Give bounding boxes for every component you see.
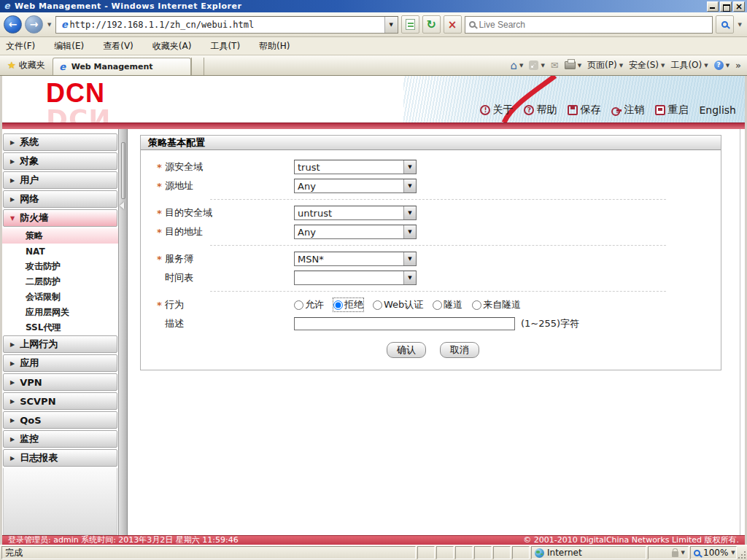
dst-zone-select[interactable]: untrust ▼ (294, 206, 417, 220)
protected-mode-pane[interactable]: ▼ (648, 546, 689, 559)
recent-pages-dropdown-icon[interactable]: ▼ (46, 22, 53, 28)
splitter-collapse-icon[interactable] (120, 202, 124, 209)
select-dropdown-icon[interactable]: ▼ (403, 160, 416, 174)
back-button[interactable]: ← (4, 15, 22, 34)
radio-web-auth-input[interactable] (373, 300, 382, 310)
select-dropdown-icon[interactable]: ▼ (403, 271, 416, 284)
page-footer: 登录管理员: admin 系统时间: 2013年3月2日 星期六 11:59:4… (2, 535, 745, 545)
sidebar-item-network[interactable]: ▶网络 (3, 190, 117, 208)
service-select[interactable]: MSN* ▼ (294, 252, 417, 266)
sidebar-subitem-ssl-proxy[interactable]: SSL代理 (2, 320, 118, 335)
sidebar-item-qos[interactable]: ▶QoS (3, 411, 117, 429)
stop-button[interactable]: × (444, 15, 462, 34)
feeds-button[interactable]: ▼ (529, 61, 544, 70)
mail-button[interactable]: ✉ (551, 60, 559, 71)
zoom-dropdown-icon[interactable]: ▼ (731, 550, 735, 556)
cancel-button[interactable]: 取消 (440, 342, 479, 358)
save-link[interactable]: 保存 (568, 104, 600, 117)
src-zone-select[interactable]: trust ▼ (294, 160, 417, 174)
about-link[interactable]: !关于 (480, 104, 513, 117)
protected-mode-dropdown-icon[interactable]: ▼ (681, 550, 685, 556)
minimize-button[interactable] (707, 1, 719, 12)
radio-from-tunnel-input[interactable] (472, 300, 481, 310)
radio-from-tunnel[interactable]: 来自隧道 (472, 298, 521, 311)
sidebar-subitem-l2-defense[interactable]: 二层防护 (2, 274, 118, 289)
radio-tunnel[interactable]: 隧道 (433, 298, 462, 311)
description-input[interactable] (294, 317, 515, 330)
page-menu-button[interactable]: 页面(P)▼ (587, 59, 623, 71)
select-dropdown-icon[interactable]: ▼ (403, 179, 416, 192)
sidebar-item-scvpn[interactable]: ▶SCVPN (3, 392, 117, 410)
menu-file[interactable]: 文件(F) (6, 40, 35, 52)
sidebar-subitem-attack-defense[interactable]: 攻击防护 (2, 259, 118, 274)
sidebar-item-users[interactable]: ▶用户 (3, 171, 117, 189)
src-addr-select[interactable]: Any ▼ (294, 179, 417, 193)
sidebar-subitem-policy[interactable]: 策略 (2, 228, 118, 244)
live-search-box[interactable] (465, 16, 713, 34)
close-button[interactable] (733, 1, 745, 12)
sidebar-item-system[interactable]: ▶系统 (3, 133, 117, 151)
search-options-dropdown-icon[interactable]: ▼ (737, 22, 743, 28)
reboot-link[interactable]: 重启 (655, 104, 688, 117)
help-menu-button[interactable]: ?▼ (714, 61, 729, 70)
select-dropdown-icon[interactable]: ▼ (403, 225, 416, 238)
status-text-pane: 完成 (1, 546, 416, 559)
sidebar-item-monitor[interactable]: ▶监控 (3, 430, 117, 448)
sidebar-subitem-nat[interactable]: NAT (2, 244, 118, 259)
favorites-label[interactable]: 收藏夹 (19, 59, 45, 71)
print-button[interactable]: ▼ (565, 61, 581, 69)
sidebar-item-web-behavior[interactable]: ▶上网行为 (3, 335, 117, 353)
logout-link[interactable]: 注销 (611, 104, 644, 117)
more-commands-chevron-icon[interactable] (735, 60, 741, 71)
menu-view[interactable]: 查看(V) (103, 40, 133, 52)
tab-web-management[interactable]: e Web Management (53, 58, 191, 75)
dst-addr-select[interactable]: Any ▼ (294, 225, 417, 239)
radio-deny[interactable]: 拒绝 (333, 298, 363, 311)
menu-help[interactable]: 帮助(H) (259, 40, 290, 52)
confirm-button[interactable]: 确认 (387, 342, 426, 358)
home-button[interactable]: ⌂▼ (510, 61, 523, 71)
refresh-button[interactable]: ↻ (422, 15, 441, 34)
sidebar-splitter[interactable] (118, 129, 128, 535)
address-dropdown-icon[interactable]: ▼ (384, 17, 398, 33)
search-input[interactable] (479, 20, 708, 30)
safety-menu-button[interactable]: 安全(S)▼ (629, 59, 665, 71)
sidebar-item-log-report[interactable]: ▶日志报表 (3, 449, 117, 467)
radio-deny-input[interactable] (333, 300, 343, 310)
menu-favorites[interactable]: 收藏夹(A) (152, 40, 192, 52)
url-input[interactable] (69, 20, 384, 30)
sidebar-item-firewall[interactable]: ▼防火墙 (3, 209, 117, 227)
form-row-action: * 行为 允许 拒绝 Web认证 隧道 来自隧道 (141, 295, 721, 314)
footer-copyright: © 2001-2010 DigitalChina Networks Limite… (523, 536, 739, 545)
resize-grip[interactable] (737, 545, 747, 560)
tools-menu-button[interactable]: 工具(O)▼ (670, 59, 708, 71)
sidebar-item-vpn[interactable]: ▶VPN (3, 373, 117, 391)
english-link[interactable]: English (699, 104, 736, 116)
form-row-description: 描述 (1~255)字符 (141, 314, 721, 333)
splitter-handle[interactable] (121, 142, 125, 199)
search-go-button[interactable] (716, 15, 734, 34)
zoom-pane[interactable]: 100% ▼ (690, 546, 737, 559)
radio-allow[interactable]: 允许 (294, 298, 324, 311)
sidebar-subitem-session-limit[interactable]: 会话限制 (2, 289, 118, 305)
menu-edit[interactable]: 编辑(E) (54, 40, 84, 52)
favorites-star-icon[interactable]: ★ (7, 60, 16, 71)
sidebar-item-objects[interactable]: ▶对象 (3, 152, 117, 170)
field-label: 行为 (165, 298, 294, 311)
compatibility-view-button[interactable] (401, 15, 419, 34)
form-title: 策略基本配置 (141, 136, 721, 150)
select-dropdown-icon[interactable]: ▼ (403, 206, 416, 219)
new-tab-stub[interactable] (191, 58, 204, 75)
radio-web-auth[interactable]: Web认证 (373, 298, 423, 311)
restore-button[interactable] (720, 1, 732, 12)
schedule-select[interactable]: ▼ (294, 271, 417, 285)
sidebar-item-application[interactable]: ▶应用 (3, 354, 117, 372)
address-field[interactable]: e ▼ (55, 16, 398, 34)
sidebar-subitem-alg[interactable]: 应用层网关 (2, 305, 118, 320)
radio-allow-input[interactable] (294, 300, 303, 310)
help-link[interactable]: ?帮助 (524, 104, 557, 117)
radio-tunnel-input[interactable] (433, 300, 442, 310)
menu-tools[interactable]: 工具(T) (210, 40, 240, 52)
forward-button[interactable]: → (25, 15, 43, 34)
select-dropdown-icon[interactable]: ▼ (403, 252, 416, 265)
